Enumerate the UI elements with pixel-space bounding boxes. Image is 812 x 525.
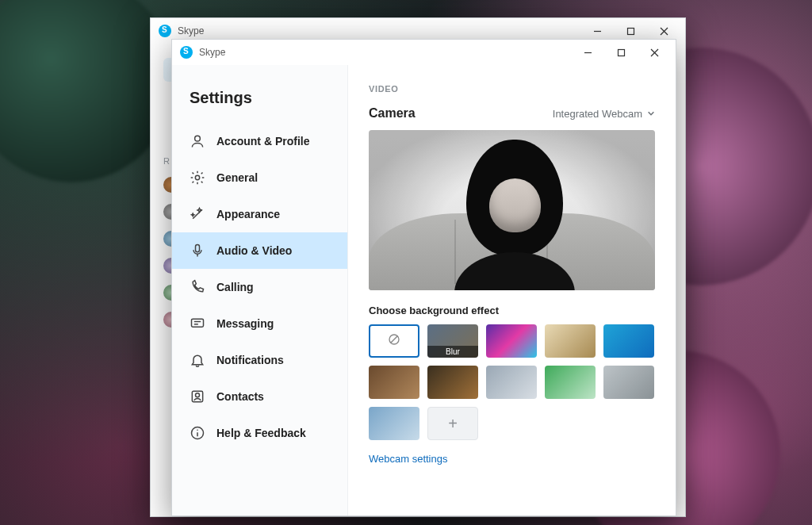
bg-effect-add[interactable]: +: [427, 407, 478, 440]
wand-icon: [190, 206, 205, 222]
nav-label: Notifications: [216, 354, 284, 366]
bg-effect-preset[interactable]: [545, 366, 596, 399]
nav-label: Audio & Video: [216, 244, 292, 257]
chevron-down-icon: [647, 108, 655, 120]
camera-heading: Camera: [369, 106, 416, 121]
background-effect-label: Choose background effect: [369, 305, 655, 316]
nav-label: Appearance: [216, 208, 280, 220]
svg-point-8: [195, 136, 201, 141]
svg-point-15: [196, 393, 200, 397]
nav-appearance[interactable]: Appearance: [172, 196, 347, 232]
svg-point-18: [197, 429, 198, 431]
nav-label: Account & Profile: [216, 135, 309, 148]
nav-help-feedback[interactable]: Help & Feedback: [172, 415, 347, 451]
camera-select[interactable]: Integrated Webcam: [553, 108, 655, 120]
svg-line-20: [391, 335, 398, 343]
nav-notifications[interactable]: Notifications: [172, 342, 347, 378]
bg-effect-preset[interactable]: [369, 407, 419, 440]
skype-logo-icon: S: [180, 46, 193, 59]
svg-rect-5: [618, 49, 624, 56]
contacts-icon: [190, 389, 205, 404]
webcam-settings-link[interactable]: Webcam settings: [369, 453, 447, 465]
nav-account-profile[interactable]: Account & Profile: [172, 123, 347, 159]
svg-point-9: [195, 175, 199, 179]
bg-effect-preset[interactable]: [369, 366, 419, 399]
info-icon: [190, 425, 205, 441]
bg-effect-preset[interactable]: [427, 366, 478, 399]
camera-select-value: Integrated Webcam: [553, 108, 642, 120]
maximize-button[interactable]: [604, 41, 638, 63]
nav-general[interactable]: General: [172, 159, 347, 196]
close-button[interactable]: [638, 41, 671, 63]
settings-heading: Settings: [172, 89, 347, 123]
bg-effect-preset[interactable]: [545, 324, 596, 358]
bg-effect-blur[interactable]: Blur: [427, 324, 478, 358]
phone-icon: [190, 279, 205, 295]
svg-rect-1: [627, 28, 634, 34]
bg-effect-caption: Blur: [427, 346, 478, 358]
nav-messaging[interactable]: Messaging: [172, 305, 347, 342]
svg-rect-10: [196, 245, 200, 252]
nav-calling[interactable]: Calling: [172, 269, 347, 305]
bell-icon: [190, 352, 205, 368]
settings-sidebar: Settings Account & Profile General Appea…: [172, 65, 348, 515]
nav-label: Messaging: [216, 317, 274, 330]
person-icon: [190, 133, 205, 149]
nav-label: Help & Feedback: [216, 427, 306, 439]
settings-window: S Skype Settings Account & Profile: [171, 39, 676, 516]
gear-icon: [190, 170, 205, 186]
microphone-icon: [190, 243, 205, 259]
section-label-video: VIDEO: [369, 84, 655, 94]
camera-preview: [369, 130, 655, 290]
bg-effect-none[interactable]: [369, 324, 419, 358]
front-window-title: Skype: [199, 47, 225, 58]
bg-effect-preset[interactable]: [486, 324, 537, 358]
nav-audio-video[interactable]: Audio & Video: [172, 232, 347, 269]
bg-effect-preset[interactable]: [603, 324, 654, 358]
svg-rect-11: [192, 319, 204, 327]
plus-icon: +: [448, 415, 458, 433]
message-icon: [190, 316, 205, 331]
bg-effect-preset[interactable]: [603, 366, 654, 399]
nav-label: Calling: [216, 281, 254, 293]
settings-main: VIDEO Camera Integrated Webcam Choose ba…: [348, 65, 676, 515]
front-titlebar: S Skype: [172, 40, 676, 65]
back-window-title: Skype: [178, 25, 204, 36]
nav-label: Contacts: [216, 390, 264, 403]
minimize-button[interactable]: [571, 41, 604, 63]
nav-contacts[interactable]: Contacts: [172, 378, 347, 415]
bg-effect-preset[interactable]: [486, 366, 537, 399]
skype-logo-icon: S: [159, 25, 171, 37]
background-effect-grid: Blur +: [369, 324, 655, 440]
nav-label: General: [216, 171, 258, 184]
none-icon: [387, 332, 401, 351]
